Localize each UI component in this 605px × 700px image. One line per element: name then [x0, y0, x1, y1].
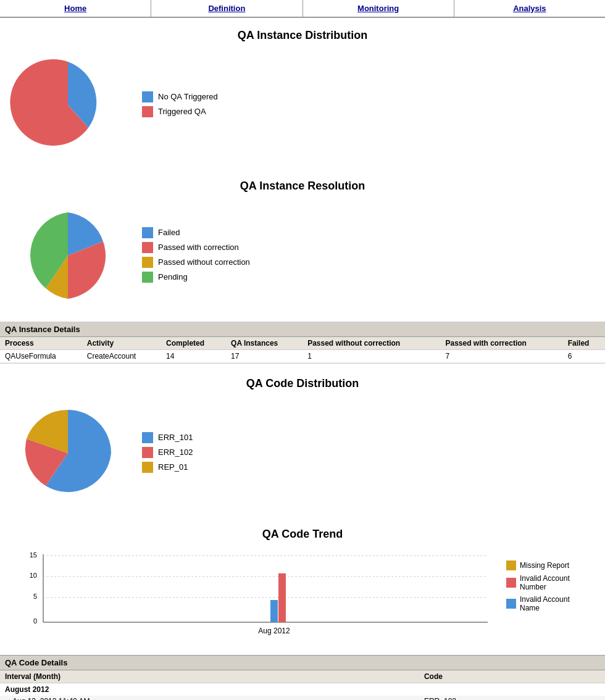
trend-legend-invalid-account-number-label: Invalid Account Number [520, 574, 586, 591]
legend-failed-box [142, 227, 153, 238]
nav-bar: Home Definition Monitoring Analysis [0, 0, 605, 18]
qa-code-details-table: Interval (Month) Code August 2012 Aug 13… [0, 670, 605, 700]
trend-legend-missing-report-box [506, 560, 516, 570]
col-interval: Interval (Month) [0, 670, 419, 683]
svg-text:Aug 2012: Aug 2012 [258, 627, 290, 635]
qa-code-distribution-legend: ERR_101 ERR_102 REP_01 [142, 432, 193, 477]
legend-triggered-qa: Triggered QA [142, 106, 218, 117]
legend-rep01-label: REP_01 [158, 462, 188, 472]
col-code: Code [419, 670, 605, 683]
svg-text:15: 15 [30, 551, 37, 559]
month-header: August 2012 [0, 683, 605, 696]
qa-instance-distribution-pie [19, 56, 130, 156]
nav-monitoring[interactable]: Monitoring [303, 0, 454, 17]
legend-err101: ERR_101 [142, 432, 193, 443]
svg-text:10: 10 [30, 572, 37, 579]
legend-pending-label: Pending [158, 272, 188, 281]
qa-code-details-header: QA Code Details [0, 655, 605, 670]
table-row: August 2012 [0, 683, 605, 696]
legend-triggered-qa-box [142, 106, 153, 117]
qa-code-distribution-section: QA Code Distribution ERR_101 ERR_102 [0, 366, 605, 517]
col-activity: Activity [82, 337, 161, 350]
col-passed-without: Passed without correction [302, 337, 440, 350]
cell-process: QAUseFormula [0, 350, 82, 363]
legend-err102-box [142, 447, 153, 458]
qa-code-trend-legend: Missing Report Invalid Account Number In… [506, 560, 586, 616]
qa-code-trend-section: QA Code Trend 15 10 5 0 [0, 517, 605, 649]
legend-pending-box [142, 272, 153, 283]
cell-completed: 14 [161, 350, 226, 363]
legend-passed-with-label: Passed with correction [158, 243, 239, 252]
cell-date: Aug 13, 2012 11:40 AM [0, 696, 419, 700]
legend-passed-without-label: Passed without correction [158, 257, 250, 267]
legend-err101-label: ERR_101 [158, 433, 193, 442]
cell-passed-with: 7 [441, 350, 563, 363]
qa-code-distribution-chart-area: ERR_101 ERR_102 REP_01 [0, 398, 605, 517]
legend-rep01: REP_01 [142, 462, 193, 473]
qa-instance-resolution-legend: Failed Passed with correction Passed wit… [142, 227, 250, 286]
trend-legend-invalid-account-name-box [506, 599, 516, 609]
legend-failed-label: Failed [158, 228, 180, 237]
trend-legend-missing-report-label: Missing Report [520, 561, 569, 570]
nav-home[interactable]: Home [0, 0, 151, 17]
cell-failed: 6 [563, 350, 605, 363]
qa-code-trend-title: QA Code Trend [0, 517, 605, 548]
qa-instance-resolution-pie [19, 206, 130, 307]
svg-rect-11 [270, 600, 278, 622]
qa-code-details-section: QA Code Details Interval (Month) Code Au… [0, 655, 605, 700]
col-instances: QA Instances [226, 337, 302, 350]
trend-legend-invalid-account-name: Invalid Account Name [506, 595, 586, 612]
legend-no-qa-label: No QA Triggered [158, 92, 218, 101]
legend-err102-label: ERR_102 [158, 448, 193, 457]
qa-instance-distribution-chart-area: No QA Triggered Triggered QA [0, 49, 605, 169]
qa-instance-distribution-legend: No QA Triggered Triggered QA [142, 91, 218, 121]
trend-legend-invalid-account-number-box [506, 578, 516, 588]
col-process: Process [0, 337, 82, 350]
qa-instance-resolution-chart-area: Failed Passed with correction Passed wit… [0, 200, 605, 319]
list-item: Aug 13, 2012 11:40 AM ERR_102 [0, 696, 605, 700]
cell-passed-without: 1 [302, 350, 440, 363]
legend-no-qa-box [142, 91, 153, 102]
legend-passed-without: Passed without correction [142, 257, 250, 268]
table-row: QAUseFormula CreateAccount 14 17 1 7 6 [0, 350, 605, 363]
col-failed: Failed [563, 337, 605, 350]
col-passed-with: Passed with correction [441, 337, 563, 350]
legend-no-qa: No QA Triggered [142, 91, 218, 102]
legend-err101-box [142, 432, 153, 443]
nav-analysis[interactable]: Analysis [454, 0, 605, 17]
legend-failed: Failed [142, 227, 250, 238]
qa-code-trend-chart-section: 15 10 5 0 [0, 548, 605, 649]
qa-instance-resolution-section: QA Instance Resolution Failed Passed wit… [0, 169, 605, 319]
nav-definition[interactable]: Definition [151, 0, 302, 17]
cell-instances: 17 [226, 350, 302, 363]
qa-instance-details-section: QA Instance Details Process Activity Com… [0, 322, 605, 364]
qa-instance-distribution-section: QA Instance Distribution No QA Triggered… [0, 18, 605, 169]
qa-instance-details-header: QA Instance Details [0, 322, 605, 337]
qa-instance-distribution-title: QA Instance Distribution [0, 18, 605, 49]
qa-code-trend-chart-wrapper: 15 10 5 0 [19, 554, 586, 636]
svg-text:0: 0 [33, 617, 37, 625]
legend-pending: Pending [142, 272, 250, 283]
trend-legend-missing-report: Missing Report [506, 560, 586, 570]
qa-code-distribution-pie [19, 404, 130, 504]
legend-passed-with: Passed with correction [142, 242, 250, 253]
qa-instance-details-table: Process Activity Completed QA Instances … [0, 337, 605, 363]
qa-instance-resolution-title: QA Instance Resolution [0, 169, 605, 200]
cell-code: ERR_102 [419, 696, 605, 700]
legend-rep01-box [142, 462, 153, 473]
cell-activity: CreateAccount [82, 350, 161, 363]
col-completed: Completed [161, 337, 226, 350]
legend-triggered-qa-label: Triggered QA [158, 107, 206, 116]
qa-code-distribution-title: QA Code Distribution [0, 366, 605, 398]
qa-code-trend-chart: 15 10 5 0 [19, 554, 488, 636]
legend-passed-without-box [142, 257, 153, 268]
legend-err102: ERR_102 [142, 447, 193, 458]
legend-passed-with-box [142, 242, 153, 253]
trend-legend-invalid-account-name-label: Invalid Account Name [520, 595, 586, 612]
trend-legend-invalid-account-number: Invalid Account Number [506, 574, 586, 591]
svg-text:5: 5 [33, 593, 37, 600]
svg-rect-10 [278, 573, 286, 622]
